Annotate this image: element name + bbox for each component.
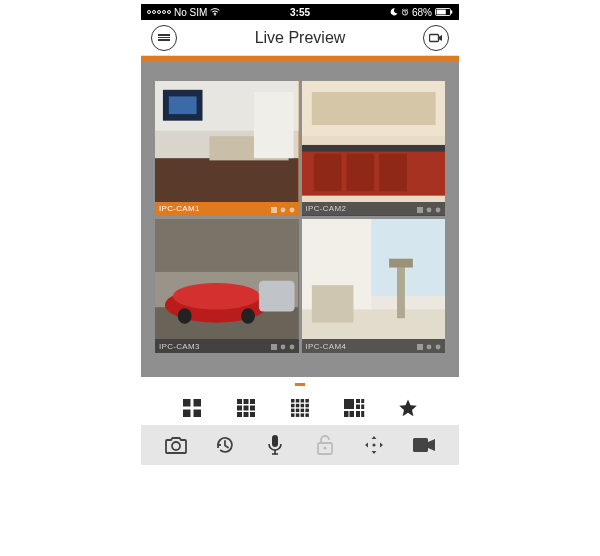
svg-rect-82 [344,411,349,417]
svg-point-31 [173,282,260,308]
svg-point-15 [289,207,294,212]
svg-rect-80 [356,405,360,410]
svg-rect-61 [291,399,295,403]
status-bar: No SIM 3:55 68% [141,4,459,20]
svg-point-26 [436,207,441,212]
svg-point-25 [427,207,432,212]
app-screen: No SIM 3:55 68% [141,4,459,552]
svg-rect-35 [271,344,277,350]
menu-button[interactable] [151,25,177,51]
grid-mixed-icon [343,398,365,418]
svg-rect-51 [194,410,202,418]
svg-rect-28 [155,219,299,272]
camera-tile-1[interactable]: IPC-CAM1 [155,81,299,216]
svg-rect-12 [254,92,294,158]
svg-rect-87 [272,435,278,447]
alarm-icon [401,8,409,16]
svg-rect-68 [305,404,309,408]
svg-rect-23 [302,145,446,152]
signal-dots-icon [147,10,171,14]
record-button[interactable] [411,432,437,458]
svg-rect-62 [296,399,300,403]
svg-rect-13 [271,207,277,213]
svg-rect-42 [311,285,353,322]
svg-rect-34 [259,280,295,311]
svg-rect-4 [437,10,446,15]
svg-rect-48 [183,399,191,407]
mic-icon [267,434,283,456]
camera-label: IPC-CAM4 [306,342,347,351]
camera-tile-4[interactable]: IPC-CAM4 [302,219,446,354]
page-indicator [141,377,459,391]
svg-rect-71 [301,409,305,413]
svg-point-36 [280,345,285,350]
mic-button[interactable] [262,432,288,458]
battery-icon [435,8,453,16]
svg-rect-65 [291,404,295,408]
svg-rect-59 [244,412,249,417]
camera-status-icons [417,206,441,212]
unlock-button[interactable] [312,432,338,458]
svg-rect-18 [311,92,435,125]
layout-mixed-button[interactable] [343,397,365,419]
favorite-button[interactable] [397,397,419,419]
wifi-icon [210,8,220,16]
svg-rect-20 [313,154,341,191]
camera-label: IPC-CAM3 [159,342,200,351]
snapshot-button[interactable] [163,432,189,458]
svg-rect-75 [301,413,305,417]
svg-rect-5 [430,34,439,41]
svg-rect-63 [301,399,305,403]
svg-rect-55 [237,406,242,411]
videocam-icon [412,436,436,454]
camera-tile-3[interactable]: IPC-CAM3 [155,219,299,354]
svg-rect-84 [356,411,360,417]
camera-feed [302,81,446,216]
dnd-moon-icon [390,8,398,16]
svg-rect-76 [305,413,309,417]
svg-rect-66 [296,404,300,408]
camera-label: IPC-CAM2 [306,204,347,213]
svg-point-33 [241,308,255,323]
camera-label-bar: IPC-CAM4 [302,339,446,353]
layout-toolbar [141,391,459,425]
grid-2x2-icon [182,398,202,418]
svg-rect-79 [361,399,364,403]
unlock-icon [315,434,335,456]
grid-3x3-icon [236,398,256,418]
layout-2x2-button[interactable] [181,397,203,419]
svg-rect-69 [291,409,295,413]
svg-rect-52 [237,399,242,404]
svg-rect-78 [356,399,360,403]
ptz-button[interactable] [361,432,387,458]
grid-4x4-icon [290,398,310,418]
history-button[interactable] [212,432,238,458]
layout-4x4-button[interactable] [289,397,311,419]
svg-point-86 [172,442,180,450]
svg-rect-22 [379,154,407,191]
svg-rect-57 [250,406,255,411]
camera-status-icons [271,206,295,212]
svg-point-89 [323,446,326,449]
menu-icon [158,33,170,42]
camera-grid: IPC-CAM1 [155,81,445,353]
camera-tile-2[interactable]: IPC-CAM2 [302,81,446,216]
svg-rect-56 [244,406,249,411]
camera-area: IPC-CAM1 [141,61,459,377]
camera-feed [155,81,299,216]
carrier-label: No SIM [174,7,207,18]
svg-rect-72 [305,409,309,413]
camera-label-bar: IPC-CAM1 [155,202,299,216]
svg-rect-60 [250,412,255,417]
star-icon [398,398,418,418]
layout-3x3-button[interactable] [235,397,257,419]
camera-status-icons [271,343,295,349]
camera-select-button[interactable] [423,25,449,51]
svg-point-37 [289,345,294,350]
svg-rect-21 [346,154,374,191]
svg-rect-54 [250,399,255,404]
svg-rect-53 [244,399,249,404]
action-toolbar [141,425,459,465]
svg-rect-85 [361,411,364,417]
svg-rect-81 [361,405,364,410]
